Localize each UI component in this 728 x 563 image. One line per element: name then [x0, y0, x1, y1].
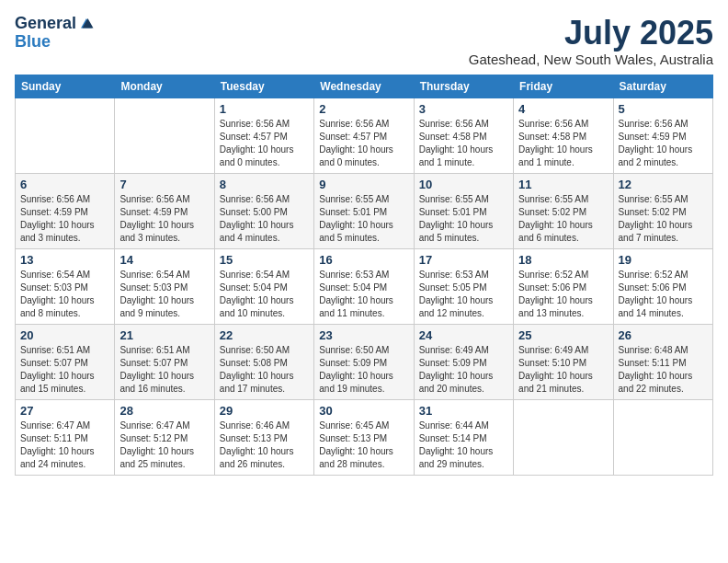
calendar-cell: 12Sunrise: 6:55 AM Sunset: 5:02 PM Dayli…	[613, 173, 712, 248]
weekday-header-thursday: Thursday	[414, 75, 513, 98]
calendar-cell	[613, 399, 712, 475]
day-number: 23	[319, 328, 408, 342]
day-info: Sunrise: 6:53 AM Sunset: 5:04 PM Dayligh…	[319, 269, 408, 320]
calendar-cell: 3Sunrise: 6:56 AM Sunset: 4:58 PM Daylig…	[414, 98, 513, 173]
day-info: Sunrise: 6:50 AM Sunset: 5:09 PM Dayligh…	[319, 344, 408, 396]
day-info: Sunrise: 6:56 AM Sunset: 4:58 PM Dayligh…	[518, 118, 608, 169]
calendar-table: SundayMondayTuesdayWednesdayThursdayFrid…	[15, 75, 713, 476]
day-info: Sunrise: 6:56 AM Sunset: 4:57 PM Dayligh…	[319, 118, 408, 169]
calendar-cell: 31Sunrise: 6:44 AM Sunset: 5:14 PM Dayli…	[414, 399, 513, 475]
weekday-header-saturday: Saturday	[613, 75, 712, 98]
calendar-cell: 10Sunrise: 6:55 AM Sunset: 5:01 PM Dayli…	[414, 173, 513, 248]
day-number: 29	[220, 404, 309, 418]
calendar-cell: 1Sunrise: 6:56 AM Sunset: 4:57 PM Daylig…	[214, 98, 313, 173]
logo-blue: Blue	[15, 33, 95, 52]
day-number: 15	[220, 253, 309, 267]
calendar-cell: 7Sunrise: 6:56 AM Sunset: 4:59 PM Daylig…	[115, 173, 214, 248]
calendar-week-row: 1Sunrise: 6:56 AM Sunset: 4:57 PM Daylig…	[16, 98, 713, 173]
day-info: Sunrise: 6:49 AM Sunset: 5:10 PM Dayligh…	[518, 344, 608, 396]
day-number: 11	[518, 178, 608, 191]
calendar-week-row: 20Sunrise: 6:51 AM Sunset: 5:07 PM Dayli…	[16, 324, 713, 399]
calendar-cell	[514, 399, 613, 475]
day-info: Sunrise: 6:53 AM Sunset: 5:05 PM Dayligh…	[419, 269, 508, 320]
calendar-cell: 8Sunrise: 6:56 AM Sunset: 5:00 PM Daylig…	[214, 173, 313, 248]
calendar-cell: 27Sunrise: 6:47 AM Sunset: 5:11 PM Dayli…	[16, 399, 115, 475]
day-info: Sunrise: 6:56 AM Sunset: 5:00 PM Dayligh…	[220, 193, 309, 245]
calendar-cell	[16, 98, 115, 173]
calendar-cell: 23Sunrise: 6:50 AM Sunset: 5:09 PM Dayli…	[314, 324, 414, 399]
calendar-cell: 30Sunrise: 6:45 AM Sunset: 5:13 PM Dayli…	[314, 399, 414, 475]
calendar-week-row: 27Sunrise: 6:47 AM Sunset: 5:11 PM Dayli…	[16, 399, 713, 475]
calendar-cell: 17Sunrise: 6:53 AM Sunset: 5:05 PM Dayli…	[414, 248, 513, 324]
day-number: 8	[220, 178, 309, 191]
calendar-cell: 29Sunrise: 6:46 AM Sunset: 5:13 PM Dayli…	[214, 399, 313, 475]
day-number: 21	[119, 328, 209, 342]
day-info: Sunrise: 6:55 AM Sunset: 5:02 PM Dayligh…	[518, 193, 608, 245]
day-info: Sunrise: 6:44 AM Sunset: 5:14 PM Dayligh…	[419, 419, 508, 471]
calendar-cell: 16Sunrise: 6:53 AM Sunset: 5:04 PM Dayli…	[314, 248, 414, 324]
calendar-cell: 21Sunrise: 6:51 AM Sunset: 5:07 PM Dayli…	[115, 324, 214, 399]
calendar-cell: 20Sunrise: 6:51 AM Sunset: 5:07 PM Dayli…	[16, 324, 115, 399]
weekday-header-monday: Monday	[115, 75, 214, 98]
day-number: 17	[419, 253, 508, 267]
day-info: Sunrise: 6:56 AM Sunset: 4:58 PM Dayligh…	[419, 118, 508, 169]
calendar-header-row: SundayMondayTuesdayWednesdayThursdayFrid…	[16, 75, 713, 98]
day-info: Sunrise: 6:54 AM Sunset: 5:03 PM Dayligh…	[119, 269, 209, 320]
weekday-header-wednesday: Wednesday	[314, 75, 414, 98]
day-number: 25	[518, 328, 608, 342]
page-header: General Blue July 2025 Gateshead, New So…	[15, 15, 713, 67]
calendar-cell: 26Sunrise: 6:48 AM Sunset: 5:11 PM Dayli…	[613, 324, 712, 399]
day-number: 27	[20, 404, 109, 418]
day-number: 22	[220, 328, 309, 342]
logo: General Blue	[15, 15, 95, 52]
calendar-week-row: 6Sunrise: 6:56 AM Sunset: 4:59 PM Daylig…	[16, 173, 713, 248]
calendar-cell: 4Sunrise: 6:56 AM Sunset: 4:58 PM Daylig…	[514, 98, 613, 173]
day-number: 20	[20, 328, 109, 342]
calendar-cell: 9Sunrise: 6:55 AM Sunset: 5:01 PM Daylig…	[314, 173, 414, 248]
day-info: Sunrise: 6:50 AM Sunset: 5:08 PM Dayligh…	[220, 344, 309, 396]
weekday-header-friday: Friday	[514, 75, 613, 98]
calendar-cell: 6Sunrise: 6:56 AM Sunset: 4:59 PM Daylig…	[16, 173, 115, 248]
month-title: July 2025	[469, 15, 713, 52]
day-info: Sunrise: 6:47 AM Sunset: 5:12 PM Dayligh…	[119, 419, 209, 471]
calendar-cell: 22Sunrise: 6:50 AM Sunset: 5:08 PM Dayli…	[214, 324, 313, 399]
calendar-cell: 15Sunrise: 6:54 AM Sunset: 5:04 PM Dayli…	[214, 248, 313, 324]
calendar-cell	[115, 98, 214, 173]
day-info: Sunrise: 6:52 AM Sunset: 5:06 PM Dayligh…	[518, 269, 608, 320]
day-number: 2	[319, 102, 408, 116]
day-info: Sunrise: 6:47 AM Sunset: 5:11 PM Dayligh…	[20, 419, 109, 471]
calendar-week-row: 13Sunrise: 6:54 AM Sunset: 5:03 PM Dayli…	[16, 248, 713, 324]
day-info: Sunrise: 6:56 AM Sunset: 4:57 PM Dayligh…	[220, 118, 309, 169]
day-number: 7	[119, 178, 209, 191]
location: Gateshead, New South Wales, Australia	[469, 52, 713, 67]
calendar-cell: 5Sunrise: 6:56 AM Sunset: 4:59 PM Daylig…	[613, 98, 712, 173]
day-number: 5	[619, 102, 708, 116]
day-number: 9	[319, 178, 408, 191]
logo-icon	[78, 16, 95, 32]
day-info: Sunrise: 6:54 AM Sunset: 5:03 PM Dayligh…	[20, 269, 109, 320]
day-info: Sunrise: 6:48 AM Sunset: 5:11 PM Dayligh…	[619, 344, 708, 396]
day-number: 6	[20, 178, 109, 191]
day-number: 31	[419, 404, 508, 418]
day-info: Sunrise: 6:51 AM Sunset: 5:07 PM Dayligh…	[20, 344, 109, 396]
day-number: 3	[419, 102, 508, 116]
day-number: 30	[319, 404, 408, 418]
day-info: Sunrise: 6:56 AM Sunset: 4:59 PM Dayligh…	[119, 193, 209, 245]
day-number: 26	[619, 328, 708, 342]
calendar-cell: 28Sunrise: 6:47 AM Sunset: 5:12 PM Dayli…	[115, 399, 214, 475]
calendar-cell: 13Sunrise: 6:54 AM Sunset: 5:03 PM Dayli…	[16, 248, 115, 324]
day-number: 12	[619, 178, 708, 191]
day-number: 16	[319, 253, 408, 267]
day-number: 14	[119, 253, 209, 267]
day-number: 28	[119, 404, 209, 418]
weekday-header-sunday: Sunday	[16, 75, 115, 98]
day-info: Sunrise: 6:51 AM Sunset: 5:07 PM Dayligh…	[119, 344, 209, 396]
day-number: 18	[518, 253, 608, 267]
calendar-cell: 18Sunrise: 6:52 AM Sunset: 5:06 PM Dayli…	[514, 248, 613, 324]
day-number: 19	[619, 253, 708, 267]
weekday-header-tuesday: Tuesday	[214, 75, 313, 98]
day-info: Sunrise: 6:52 AM Sunset: 5:06 PM Dayligh…	[619, 269, 708, 320]
day-info: Sunrise: 6:46 AM Sunset: 5:13 PM Dayligh…	[220, 419, 309, 471]
day-number: 4	[518, 102, 608, 116]
calendar-cell: 19Sunrise: 6:52 AM Sunset: 5:06 PM Dayli…	[613, 248, 712, 324]
